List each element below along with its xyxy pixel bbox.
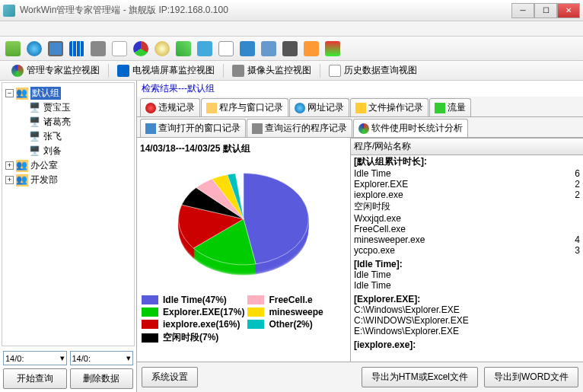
legend-item: iexplore.exe(16%)	[142, 319, 244, 330]
minimize-button[interactable]: ─	[511, 3, 534, 18]
tab-camera-view[interactable]: 摄像头监控视图	[225, 61, 318, 80]
toolbar-doc-icon[interactable]	[216, 39, 236, 59]
legend-swatch	[142, 295, 158, 304]
tree-node-user[interactable]: 🖥️刘备	[5, 144, 131, 158]
tree-label: 办公室	[30, 159, 58, 172]
tab-violation[interactable]: 违规记录	[140, 98, 200, 116]
toolbar-screen-icon[interactable]	[259, 39, 279, 59]
search-result-label: 检索结果---默认组	[137, 81, 583, 97]
forbidden-icon	[145, 103, 156, 113]
close-button[interactable]: ✕	[557, 3, 580, 18]
tree-node-user[interactable]: 🖥️贾宝玉	[5, 100, 131, 115]
system-settings-button[interactable]: 系统设置	[142, 367, 198, 387]
legend-item: Explorer.EXE(17%)	[142, 307, 244, 317]
tab-label: 历史数据查询视图	[344, 64, 417, 77]
tree-node-dev[interactable]: + 👥 开发部	[5, 173, 131, 187]
date-to-select[interactable]: 14/0:▾	[70, 351, 134, 365]
tree-label: 默认组	[30, 87, 61, 100]
legend-swatch	[247, 320, 264, 329]
tab-monitor-view[interactable]: 管理专家监控视图	[5, 61, 107, 80]
list-item[interactable]: Explorer.EXE2	[351, 179, 583, 190]
toolbar-film-icon[interactable]	[280, 39, 300, 59]
toolbar-clock-icon[interactable]	[152, 39, 172, 59]
toolbar-users-icon[interactable]	[195, 39, 215, 59]
toolbar-icon-1[interactable]	[3, 39, 23, 59]
tab-history-view[interactable]: 历史数据查询视图	[322, 61, 424, 80]
start-query-button[interactable]: 开始查询	[3, 368, 67, 389]
monitor-icon: 🖥️	[29, 131, 41, 143]
toolbar-pie-icon[interactable]	[131, 39, 151, 59]
right-panel: 检索结果---默认组 违规记录 程序与窗口记录 网址记录 文件操作记录 流量 查…	[137, 81, 583, 392]
tab-tvwall-view[interactable]: 电视墙屏幕监控视图	[110, 61, 221, 80]
legend-item: 空闲时段(7%)	[142, 331, 244, 344]
tab-file-ops[interactable]: 文件操作记录	[350, 98, 428, 116]
toolbar-globe-icon[interactable]	[24, 39, 44, 59]
list-item[interactable]: 空闲时段	[351, 200, 583, 213]
monitor-icon: 🖥️	[29, 102, 41, 114]
chevron-down-icon: ▾	[126, 353, 131, 363]
chart-title: 14/03/18---14/03/25 默认组	[140, 141, 347, 157]
main-toolbar	[0, 37, 583, 61]
export-html-button[interactable]: 导出为HTM或Excel文件	[362, 367, 478, 387]
pie-chart	[167, 161, 320, 287]
toolbar-monitor-icon[interactable]	[46, 39, 65, 59]
list-item[interactable]: FreeCell.exe	[351, 224, 583, 234]
list-item[interactable]: minesweeper.exe4	[351, 234, 583, 245]
tree-node-user[interactable]: 🖥️张飞	[5, 129, 131, 144]
legend-item: minesweepe	[247, 307, 346, 317]
program-list[interactable]: 程序/网站名称 [默认组累计时长]:Idle Time6Explorer.EXE…	[350, 138, 583, 362]
tree-node-root[interactable]: − 👥 默认组	[5, 86, 131, 100]
legend-swatch	[142, 308, 158, 317]
toolbar-arrow-icon[interactable]	[174, 39, 193, 59]
toolbar-page-icon[interactable]	[110, 39, 129, 59]
window-title: WorkWin管理专家管理端 - 旗舰版 IP:192.168.0.100	[20, 4, 511, 17]
expand-icon[interactable]: +	[5, 176, 14, 184]
group-icon: 👥	[16, 174, 28, 186]
tab-program-window[interactable]: 程序与窗口记录	[201, 98, 288, 116]
list-header: 程序/网站名称	[351, 139, 583, 155]
list-item[interactable]: Idle Time	[351, 269, 583, 280]
date-from-select[interactable]: 14/0:▾	[3, 351, 67, 365]
group-icon: 👥	[16, 88, 28, 100]
subtab-window-record[interactable]: 查询打开的窗口记录	[140, 119, 246, 137]
expand-icon[interactable]: +	[5, 161, 14, 170]
list-group-header: [iexplore.exe]:	[351, 339, 583, 350]
collapse-icon[interactable]: −	[5, 89, 14, 97]
toolbar-person-icon[interactable]	[301, 39, 321, 59]
tab-traffic[interactable]: 流量	[429, 98, 471, 116]
list-item[interactable]: Idle Time6	[351, 168, 583, 179]
legend-label: Other(2%)	[269, 319, 312, 330]
legend-label: Explorer.EXE(17%)	[163, 307, 244, 317]
list-item[interactable]: iexplore.exe2	[351, 190, 583, 200]
legend-item: FreeCell.e	[247, 295, 346, 305]
maximize-button[interactable]: ☐	[534, 3, 557, 18]
group-tree[interactable]: − 👥 默认组 🖥️贾宝玉🖥️诸葛亮🖥️张飞🖥️刘备 + 👥 办公室 + 👥 开…	[2, 82, 135, 346]
toolbar-shield-icon[interactable]	[323, 39, 342, 59]
list-item[interactable]: Wxxjqd.exe	[351, 213, 583, 224]
tab-url[interactable]: 网址记录	[289, 98, 349, 116]
toolbar-camera-icon[interactable]	[88, 39, 108, 59]
legend-swatch	[142, 333, 158, 343]
subtab-program-record[interactable]: 查询运行的程序记录	[247, 119, 352, 137]
tree-label: 诸葛亮	[43, 116, 71, 129]
chart-icon	[435, 103, 445, 113]
list-item[interactable]: C:\Windows\Explorer.EXE	[351, 304, 583, 315]
monitor-icon: 🖥️	[29, 145, 41, 158]
legend-label: minesweepe	[269, 307, 323, 317]
list-item[interactable]: E:\Windows\Explorer.EXE	[351, 326, 583, 336]
legend-swatch	[247, 295, 264, 304]
legend-item: Other(2%)	[247, 319, 346, 330]
list-item[interactable]: yccpo.exe3	[351, 245, 583, 256]
list-item[interactable]: C:\WINDOWS\Explorer.EXE	[351, 315, 583, 326]
export-word-button[interactable]: 导出到WORD文件	[484, 367, 578, 387]
toolbar-folder-icon[interactable]	[237, 39, 257, 59]
tree-node-office[interactable]: + 👥 办公室	[5, 158, 131, 173]
toolbar-grid-icon[interactable]	[67, 39, 87, 59]
globe-icon	[295, 103, 305, 113]
chart-panel: 14/03/18---14/03/25 默认组 Idle Time(47%)Fr…	[137, 138, 350, 362]
list-item[interactable]: Idle Time	[351, 280, 583, 291]
window-titlebar: WorkWin管理专家管理端 - 旗舰版 IP:192.168.0.100 ─ …	[0, 0, 583, 21]
tree-node-user[interactable]: 🖥️诸葛亮	[5, 115, 131, 129]
subtab-usage-stats[interactable]: 软件使用时长统计分析	[353, 119, 468, 137]
delete-data-button[interactable]: 删除数据	[70, 368, 134, 389]
